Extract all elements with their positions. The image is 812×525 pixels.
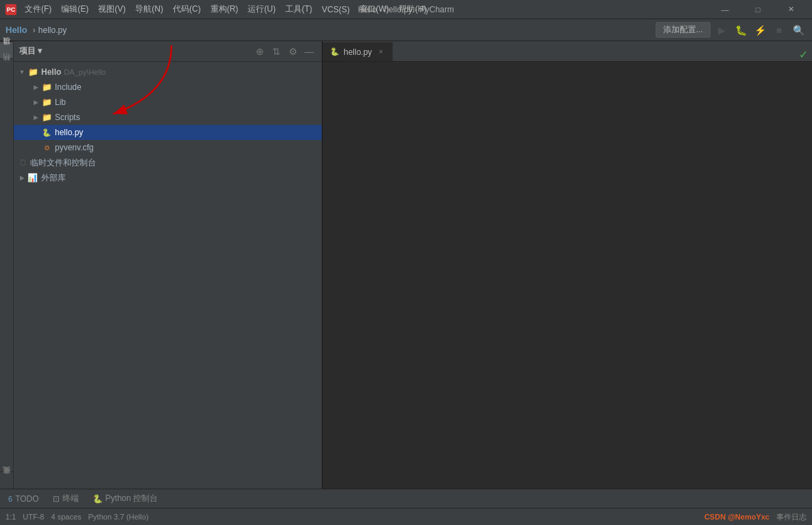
tree-scripts[interactable]: ▶ 📁 Scripts [14, 110, 322, 125]
hello-py-label: hello.py [55, 128, 83, 137]
menu-file[interactable]: 文件(F) [21, 2, 56, 16]
tree-external-libs[interactable]: ▶ 📊 外部库 [14, 170, 322, 185]
editor-tab-hello-py[interactable]: 🐍 hello.py × [323, 42, 393, 61]
panel-actions: ⊕ ⇅ ⚙ — [253, 45, 316, 58]
window-controls: — □ ✕ [709, 0, 807, 19]
file-tree: ▼ 📁 Hello DA_py\Hello ▶ 📁 Include ▶ 📁 Li… [14, 62, 322, 489]
tree-temp-files[interactable]: 🗒 临时文件和控制台 [14, 155, 322, 170]
project-panel: 项目 ▾ ⊕ ⇅ ⚙ — ▼ 📁 Hello DA_py\Hello [14, 41, 322, 489]
panel-title: 项目 ▾ [19, 45, 42, 57]
tab-close-button[interactable]: × [376, 47, 385, 57]
menu-refactor[interactable]: 重构(R) [206, 2, 243, 16]
todo-tab[interactable]: 6 TODO [3, 493, 45, 505]
include-label: Include [55, 82, 82, 92]
tree-root[interactable]: ▼ 📁 Hello DA_py\Hello [14, 65, 322, 80]
lib-arrow: ▶ [30, 97, 41, 108]
menu-code[interactable]: 代码(C) [169, 2, 205, 16]
status-left: 1:1 UTF-8 4 spaces Python 3.7 (Hello) [5, 513, 149, 521]
todo-num: 6 [8, 495, 12, 503]
python-console-icon: 🐍 [93, 494, 103, 504]
menu-edit[interactable]: 编辑(E) [57, 2, 93, 16]
tree-pyvenv-cfg[interactable]: ⚙ pyvenv.cfg [14, 140, 322, 155]
menu-run[interactable]: 运行(U) [243, 2, 280, 16]
pyvenv-cfg-icon: ⚙ [41, 142, 52, 153]
scripts-label: Scripts [55, 113, 80, 122]
scripts-folder-icon: 📁 [41, 112, 52, 123]
status-interpreter[interactable]: Python 3.7 (Hello) [88, 513, 149, 521]
file-breadcrumb: hello.py [38, 25, 67, 35]
toolbar: Hello › hello.py 添加配置... ▶ 🐛 ⚡ ■ 🔍 [0, 19, 812, 41]
status-indent[interactable]: 4 spaces [51, 513, 81, 521]
maximize-button[interactable]: □ [742, 0, 774, 19]
toolbar-left: Hello › hello.py [5, 25, 67, 35]
include-folder-icon: 📁 [41, 82, 52, 93]
python-console-label: Python 控制台 [106, 493, 158, 504]
ext-libs-arrow: ▶ [16, 172, 27, 183]
root-label: Hello [41, 67, 61, 77]
ext-libs-label: 外部库 [41, 172, 66, 184]
panel-title-text: 项目 ▾ [19, 45, 42, 57]
left-tab-favorites[interactable]: 收藏夹 [0, 471, 13, 489]
run-with-coverage-button[interactable]: ⚡ [752, 22, 768, 38]
toolbar-right: 添加配置... ▶ 🐛 ⚡ ■ 🔍 [656, 22, 807, 38]
tree-lib[interactable]: ▶ 📁 Lib [14, 95, 322, 110]
csdn-label: CSDN @NemoYxc [704, 513, 769, 521]
root-arrow: ▼ [16, 67, 27, 78]
panel-settings-button[interactable]: ⚙ [286, 45, 300, 58]
temp-icon: 🗒 [19, 158, 30, 167]
expand-all-button[interactable]: ⊕ [253, 45, 267, 58]
todo-label: TODO [15, 494, 38, 504]
status-encoding[interactable]: UTF-8 [23, 513, 44, 521]
checkmark-icon: ✓ [799, 48, 808, 61]
bottom-tool-tabs: 6 TODO ⊡ 终端 🐍 Python 控制台 [0, 489, 812, 508]
tree-hello-py[interactable]: 🐍 hello.py [14, 125, 322, 140]
hello-py-icon: 🐍 [41, 127, 52, 138]
debug-button[interactable]: 🐛 [732, 22, 749, 38]
status-line-col: 1:1 [5, 513, 16, 521]
project-label: Hello [5, 25, 27, 35]
event-log-button[interactable]: 事件日志 [776, 512, 807, 522]
root-path: DA_py\Hello [64, 68, 106, 76]
lib-label: Lib [55, 97, 66, 107]
lib-folder-icon: 📁 [41, 97, 52, 108]
title-bar: PC 文件(F) 编辑(E) 视图(V) 导航(N) 代码(C) 重构(R) 运… [0, 0, 812, 19]
run-button[interactable]: ▶ [713, 22, 730, 38]
temp-label: 临时文件和控制台 [30, 157, 96, 169]
menu-tools[interactable]: 工具(T) [281, 2, 316, 16]
close-button[interactable]: ✕ [775, 0, 807, 19]
left-tab-project[interactable]: 项目 [0, 41, 13, 58]
scripts-arrow: ▶ [30, 112, 41, 123]
root-folder-icon: 📁 [27, 67, 38, 78]
app-wrapper: PC 文件(F) 编辑(E) 视图(V) 导航(N) 代码(C) 重构(R) 运… [0, 0, 812, 525]
terminal-tab[interactable]: ⊡ 终端 [47, 491, 84, 506]
panel-close-button[interactable]: — [302, 45, 316, 58]
terminal-icon: ⊡ [53, 494, 60, 504]
main-area: 项目 结构 收藏夹 项目 ▾ ⊕ ⇅ ⚙ — [0, 41, 812, 489]
status-bar: 1:1 UTF-8 4 spaces Python 3.7 (Hello) CS… [0, 508, 812, 525]
search-everywhere-button[interactable]: 🔍 [790, 22, 807, 38]
status-right: CSDN @NemoYxc 事件日志 [704, 512, 807, 522]
window-title: Hello - hello.py - PyCharm [358, 5, 454, 14]
scroll-to-source-button[interactable]: ⇅ [270, 45, 283, 58]
breadcrumb-separator: › [33, 25, 36, 35]
menu-navigate[interactable]: 导航(N) [131, 2, 167, 16]
minimize-button[interactable]: — [709, 0, 741, 19]
tree-include[interactable]: ▶ 📁 Include [14, 80, 322, 95]
tab-label: hello.py [344, 47, 372, 57]
terminal-label: 终端 [62, 493, 79, 504]
menu-vcs[interactable]: VCS(S) [318, 3, 354, 16]
tab-icon: 🐍 [330, 47, 339, 56]
left-tab-structure[interactable]: 结构 [0, 58, 13, 75]
python-console-tab[interactable]: 🐍 Python 控制台 [87, 491, 164, 506]
editor-content[interactable] [323, 62, 812, 489]
left-side-tabs: 项目 结构 收藏夹 [0, 41, 14, 489]
include-arrow: ▶ [30, 82, 41, 93]
menu-view[interactable]: 视图(V) [94, 2, 130, 16]
tab-bar: 🐍 hello.py × ✓ [323, 41, 812, 62]
pyvenv-cfg-label: pyvenv.cfg [55, 143, 93, 152]
add-config-button[interactable]: 添加配置... [656, 22, 710, 38]
stop-button[interactable]: ■ [771, 22, 787, 38]
app-logo: PC [5, 4, 16, 15]
editor-area: 🐍 hello.py × ✓ [323, 41, 812, 489]
editor-status-area: ✓ [799, 48, 812, 61]
